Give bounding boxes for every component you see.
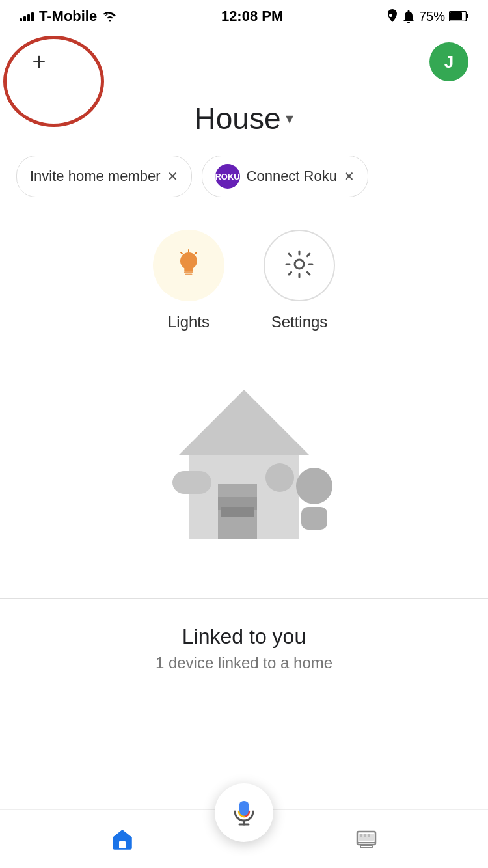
status-bar: T-Mobile 12:08 PM 75% <box>0 0 488 33</box>
svg-line-7 <box>181 252 182 254</box>
svg-rect-17 <box>301 507 327 530</box>
nav-devices[interactable] <box>354 827 379 852</box>
svg-rect-1 <box>467 14 468 18</box>
avatar[interactable]: J <box>429 42 468 81</box>
wifi-icon <box>102 10 118 22</box>
linked-section: Linked to you 1 device linked to a home <box>0 599 488 685</box>
roku-logo-icon: ROKU <box>215 164 240 189</box>
svg-rect-23 <box>360 845 372 848</box>
microphone-icon <box>230 798 258 827</box>
status-right: 75% <box>386 9 468 24</box>
microphone-button[interactable] <box>215 783 273 842</box>
settings-circle <box>264 230 335 301</box>
home-nav-icon <box>110 827 135 852</box>
house-svg <box>140 370 348 559</box>
battery-icon <box>449 11 468 21</box>
settings-label: Settings <box>271 313 328 331</box>
svg-point-8 <box>295 260 304 269</box>
linked-title: Linked to you <box>26 625 462 649</box>
nav-home[interactable] <box>110 827 135 852</box>
carrier-label: T-Mobile <box>39 8 97 25</box>
svg-rect-4 <box>185 274 193 276</box>
svg-rect-15 <box>172 471 211 494</box>
svg-rect-2 <box>450 12 462 20</box>
svg-marker-9 <box>179 390 309 455</box>
invite-chip-label: Invite home member <box>30 168 161 185</box>
bulb-icon <box>172 247 206 284</box>
linked-subtitle: 1 device linked to a home <box>26 654 462 672</box>
svg-rect-3 <box>184 271 193 273</box>
svg-rect-26 <box>364 834 366 837</box>
svg-rect-25 <box>360 834 362 837</box>
house-illustration <box>0 344 488 598</box>
roku-close-icon[interactable]: ✕ <box>344 169 355 184</box>
signal-icon <box>20 11 34 21</box>
lights-label: Lights <box>168 313 210 331</box>
home-title-button[interactable]: House ▾ <box>195 101 294 136</box>
settings-category[interactable]: Settings <box>264 230 335 331</box>
status-time: 12:08 PM <box>221 8 283 25</box>
connect-roku-chip[interactable]: ROKU Connect Roku ✕ <box>202 156 368 197</box>
location-icon <box>386 9 398 23</box>
invite-close-icon[interactable]: ✕ <box>167 169 178 184</box>
alarm-icon <box>402 9 415 23</box>
lights-circle <box>153 230 224 301</box>
header: + J <box>0 33 488 88</box>
svg-rect-20 <box>119 841 126 848</box>
roku-chip-label: Connect Roku <box>247 168 337 185</box>
svg-line-6 <box>195 252 197 254</box>
svg-point-14 <box>265 463 294 492</box>
gear-icon <box>282 247 316 284</box>
home-title-area: House ▾ <box>0 88 488 156</box>
svg-point-16 <box>296 468 332 504</box>
battery-percent: 75% <box>419 9 445 24</box>
status-left: T-Mobile <box>20 8 118 25</box>
chevron-down-icon: ▾ <box>286 109 293 128</box>
categories-section: Lights Settings <box>0 197 488 344</box>
home-title-label: House <box>195 101 281 136</box>
quick-actions-bar: Invite home member ✕ ROKU Connect Roku ✕ <box>0 156 488 197</box>
add-button[interactable]: + <box>20 42 59 81</box>
devices-nav-icon <box>354 827 379 852</box>
svg-rect-27 <box>368 834 370 837</box>
invite-home-member-chip[interactable]: Invite home member ✕ <box>16 156 192 197</box>
svg-rect-13 <box>221 507 254 517</box>
lights-category[interactable]: Lights <box>153 230 224 331</box>
